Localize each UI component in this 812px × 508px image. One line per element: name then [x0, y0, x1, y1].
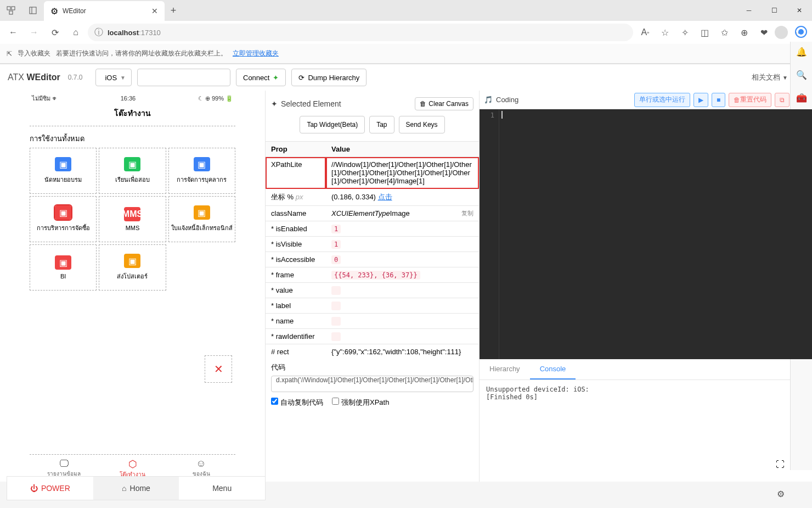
url-text: localhost:17310 — [108, 29, 161, 37]
prop-row-isenabled: * isEnabled1 — [266, 221, 479, 237]
prop-row-label: * label — [266, 298, 479, 314]
workspaces-icon[interactable] — [0, 0, 22, 21]
app-icon: ▣ — [124, 254, 140, 268]
console-output: Unsupported deviceId: iOS: [Finished 0s] — [480, 380, 812, 482]
prop-row-rect: # rect{"y":699,"x":162,"width":108,"heig… — [266, 344, 479, 360]
tab-favicon: ⚙ — [50, 6, 58, 16]
svg-rect-2 — [9, 11, 13, 14]
app-icon: ▣ — [194, 157, 210, 171]
tap-button[interactable]: Tap — [369, 116, 394, 133]
device-url-input[interactable] — [137, 69, 230, 86]
app-icon: MMS — [124, 207, 140, 221]
new-tab-button[interactable]: + — [165, 5, 182, 16]
copy-badge[interactable]: 复制 — [461, 209, 473, 217]
browser-tab[interactable]: ⚙ WEditor ✕ — [44, 1, 165, 21]
prop-row-classname: classNameXCUIElementTypeImage复制 — [266, 206, 479, 221]
phone-app-3[interactable]: ▣การบริหารการจัดซื้อ — [30, 196, 97, 242]
send-keys-button[interactable]: Send Keys — [399, 116, 445, 133]
tools-icon[interactable]: ✕ — [205, 355, 232, 383]
phone-screen-title: โต๊ะทำงาน — [30, 104, 235, 126]
screenshot-icon[interactable]: ⛶ — [776, 460, 785, 470]
tab-close-icon[interactable]: ✕ — [151, 7, 158, 15]
home-button[interactable]: ⌂ — [67, 24, 84, 41]
tab-actions-icon[interactable] — [22, 0, 44, 21]
menu-device-button[interactable]: Menu — [179, 477, 265, 500]
phone-app-6[interactable]: ▣BI — [30, 244, 97, 291]
split-screen-icon[interactable]: ◫ — [696, 24, 713, 41]
notification-icon[interactable]: 🔔 — [795, 45, 808, 58]
toolbox-icon[interactable]: 🧰 — [795, 91, 808, 104]
code-label: 代码 — [266, 359, 479, 376]
tab-hierarchy[interactable]: Hierarchy — [480, 359, 530, 379]
prop-row-rawidentifier: * rawIdentifier — [266, 329, 479, 344]
coord-click-link[interactable]: 点击 — [378, 193, 392, 201]
svg-rect-3 — [30, 7, 36, 14]
power-button[interactable]: ⏻ POWER — [7, 477, 93, 500]
platform-select[interactable]: iOS ▼ — [95, 69, 132, 86]
app-icon: ▣ — [55, 157, 71, 171]
read-aloud-icon[interactable]: A» — [636, 24, 654, 41]
coding-title: 🎵Coding — [484, 96, 518, 104]
app-label: ใบแจ้งหนี้อิเล็กทรอนิกส์ — [171, 223, 233, 233]
phone-app-4[interactable]: MMSMMS — [99, 196, 166, 242]
address-bar[interactable]: ⓘ localhost:17310 — [88, 24, 633, 41]
back-button[interactable]: ← — [4, 24, 22, 41]
performance-icon[interactable]: ❤ — [755, 24, 772, 41]
app-label: เรียนเพื่อสอบ — [115, 175, 150, 185]
import-favorites-icon[interactable]: ⇱ — [7, 50, 12, 58]
tap-widget-button[interactable]: Tap Widget(Beta) — [300, 116, 365, 133]
phone-statusbar: ไม่มีซิม ᯤ 16:36 ☾ ⊕ 99% 🔋 — [30, 93, 235, 104]
extensions-icon[interactable]: ✧ — [676, 24, 693, 41]
site-info-icon[interactable]: ⓘ — [94, 27, 103, 38]
docs-dropdown[interactable]: 相关文档 ▼ — [752, 72, 788, 82]
reset-code-button[interactable]: 🗑 重置代码 — [729, 93, 771, 107]
copilot-icon[interactable] — [794, 25, 808, 41]
forward-button: → — [25, 24, 43, 41]
phone-app-2[interactable]: ▣การจัดการบุคลากร — [168, 148, 235, 194]
svg-point-6 — [798, 29, 804, 35]
prop-row-xpathlite: XPathLite//Window[1]/Other[1]/Other[1]/O… — [266, 157, 479, 189]
collections-icon[interactable]: ⊕ — [735, 24, 753, 41]
favorite-icon[interactable]: ☆ — [656, 24, 674, 41]
app-label: ส่งโปสเตอร์ — [117, 271, 148, 281]
search-icon[interactable]: 🔍 — [795, 68, 808, 81]
clear-canvas-button[interactable]: 🗑Clear Canvas — [415, 97, 473, 110]
app-label: MMS — [126, 225, 140, 231]
app-icon: ▣ — [194, 205, 210, 220]
import-favorites-label[interactable]: 导入收藏夹 — [18, 49, 50, 58]
code-editor[interactable]: 1 — [480, 109, 812, 359]
prop-row-isaccessible: * isAccessible0 — [266, 252, 479, 267]
play-button[interactable]: ▶ — [693, 93, 708, 107]
tab-console[interactable]: Console — [530, 359, 576, 379]
profile-icon[interactable] — [775, 26, 788, 39]
app-label: การจัดการบุคลากร — [177, 175, 227, 185]
connect-button[interactable]: Connect✦ — [236, 69, 286, 86]
app-icon: ▣ — [124, 157, 140, 171]
dump-hierarchy-button[interactable]: ⟳Dump Hierarchy — [291, 69, 366, 86]
app-label: การบริหารการจัดซื้อ — [37, 223, 90, 233]
stop-button[interactable]: ■ — [712, 93, 725, 107]
refresh-button[interactable]: ⟳ — [46, 24, 64, 41]
prop-row-isvisible: * isVisible1 — [266, 237, 479, 252]
force-xpath-checkbox[interactable]: 强制使用XPath — [332, 398, 389, 407]
copy-code-button[interactable]: ⧉ — [775, 93, 790, 107]
phone-app-5[interactable]: ▣ใบแจ้งหนี้อิเล็กทรอนิกส์ — [168, 196, 235, 242]
mode-label: การใช้งานทั้งหมด — [30, 126, 235, 148]
auto-copy-checkbox[interactable]: 自动复制代码 — [271, 398, 323, 407]
close-window-button[interactable]: ✕ — [787, 0, 812, 21]
prop-row-name: * name — [266, 314, 479, 329]
phone-app-7[interactable]: ▣ส่งโปสเตอร์ — [99, 244, 166, 291]
app-label: นัดหมายอบรม — [44, 175, 82, 185]
phone-app-0[interactable]: ▣นัดหมายอบรม — [30, 148, 97, 194]
prop-row-value: * value — [266, 283, 479, 298]
phone-app-1[interactable]: ▣เรียนเพื่อสอบ — [99, 148, 166, 194]
code-input[interactable]: d.xpath('//Window[1]/Other[1]/Other[1]/O… — [271, 376, 473, 392]
minimize-button[interactable]: ─ — [736, 0, 762, 21]
favorites-list-icon[interactable]: ✩ — [715, 24, 733, 41]
maximize-button[interactable]: ☐ — [762, 0, 787, 21]
manage-favorites-link[interactable]: 立即管理收藏夹 — [233, 49, 279, 58]
run-selection-button[interactable]: 单行或选中运行 — [634, 93, 690, 107]
home-device-button[interactable]: ⌂ Home — [93, 477, 179, 500]
app-title: ATX WEditor — [8, 72, 60, 82]
settings-icon[interactable]: ⚙ — [777, 489, 785, 499]
